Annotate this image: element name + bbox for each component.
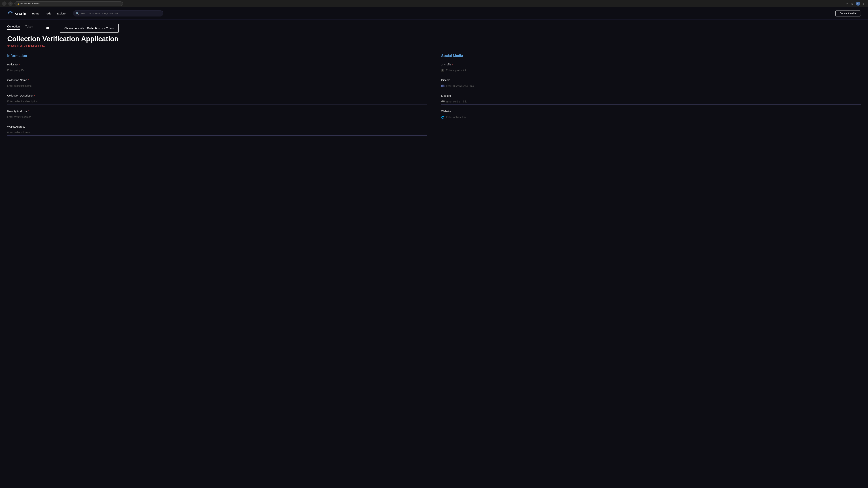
x-profile-input[interactable] [446, 69, 861, 72]
medium-input[interactable] [446, 100, 861, 103]
tab-collection[interactable]: Collection [7, 25, 20, 30]
url-bar[interactable]: 🔒 beta.crashr.io/Verify [14, 1, 123, 6]
x-icon: 𝕏 [441, 69, 444, 72]
refresh-button[interactable]: ↻ [8, 1, 13, 6]
form-grid: Information Policy ID * Collection Name [7, 54, 861, 141]
svg-point-3 [443, 100, 444, 102]
collection-description-required-star: * [34, 94, 35, 97]
annotation-token: Token [106, 27, 114, 30]
annotation-wrapper: Choose to verify a Collection or a Token [43, 24, 119, 33]
policy-id-field-group: Policy ID * [7, 63, 427, 73]
logo-icon [7, 11, 14, 16]
medium-icon [441, 100, 444, 103]
discord-icon [441, 85, 444, 88]
information-section-title: Information [7, 54, 427, 58]
collection-description-input[interactable] [7, 98, 427, 104]
browser-actions: ☆ ⊡ C ⋮ [844, 1, 866, 6]
social-media-section-title: Social Media [441, 54, 861, 58]
back-button[interactable]: ← [2, 1, 6, 6]
nav-links: Home Trade Explore [32, 12, 66, 15]
browser-menu-button[interactable]: ⋮ [862, 1, 866, 6]
navbar: crashr Home Trade Explore 🔍 Connect Wall… [0, 7, 868, 20]
policy-id-required-star: * [19, 63, 20, 66]
social-media-section: Social Media X Profile * 𝕏 [441, 54, 861, 141]
website-input-wrapper: 🌐 [441, 114, 861, 120]
star-button[interactable]: ☆ [844, 1, 849, 6]
x-profile-field-group: X Profile * 𝕏 [441, 63, 861, 73]
website-field-group: Website 🌐 [441, 110, 861, 120]
wallet-address-input[interactable] [7, 130, 427, 135]
nav-home[interactable]: Home [32, 12, 39, 15]
collection-description-field-group: Collection Description * [7, 94, 427, 104]
svg-point-4 [444, 100, 445, 102]
tab-token[interactable]: Token [25, 25, 33, 30]
royalty-address-label: Royalty Address * [7, 109, 427, 112]
royalty-address-required-star: * [28, 109, 29, 112]
tabs: Collection Token [7, 25, 33, 30]
tabs-area: Collection Token [7, 25, 861, 30]
discord-field-group: Discord [441, 78, 861, 89]
nav-explore[interactable]: Explore [56, 12, 66, 15]
royalty-address-input[interactable] [7, 114, 427, 120]
logo[interactable]: crashr [7, 11, 26, 16]
app: crashr Home Trade Explore 🔍 Connect Wall… [0, 7, 868, 488]
required-note: *Please fill out the required fields. [7, 44, 861, 47]
browser-chrome: ← ↻ 🔒 beta.crashr.io/Verify ☆ ⊡ C ⋮ [0, 0, 868, 7]
website-input[interactable] [446, 116, 861, 119]
annotation-box: Choose to verify a Collection or a Token [60, 24, 119, 33]
page-title: Collection Verification Application [7, 35, 861, 43]
discord-input[interactable] [446, 85, 861, 88]
royalty-address-field-group: Royalty Address * [7, 109, 427, 120]
search-bar: 🔍 [73, 10, 163, 17]
policy-id-input[interactable] [7, 67, 427, 73]
website-label: Website [441, 110, 861, 113]
collection-description-label: Collection Description * [7, 94, 427, 97]
nav-trade[interactable]: Trade [44, 12, 51, 15]
search-input[interactable] [81, 12, 160, 15]
medium-field-group: Medium [441, 94, 861, 105]
x-profile-required-star: * [452, 63, 453, 66]
information-section: Information Policy ID * Collection Name [7, 54, 427, 141]
svg-point-2 [441, 100, 443, 102]
annotation-arrow [43, 24, 60, 33]
annotation-collection: Collection [87, 27, 100, 30]
medium-label: Medium [441, 94, 861, 97]
discord-input-wrapper [441, 83, 861, 89]
policy-id-label: Policy ID * [7, 63, 427, 66]
connect-wallet-button[interactable]: Connect Wallet [835, 10, 861, 17]
collection-name-input[interactable] [7, 83, 427, 89]
search-icon: 🔍 [76, 12, 79, 15]
user-avatar: C [856, 2, 860, 6]
collection-name-label: Collection Name * [7, 78, 427, 82]
wallet-address-label: Wallet Address [7, 125, 427, 128]
globe-icon: 🌐 [441, 116, 444, 119]
extensions-button[interactable]: ⊡ [850, 1, 855, 6]
medium-input-wrapper [441, 99, 861, 105]
lock-icon: 🔒 [17, 3, 19, 5]
x-profile-label: X Profile * [441, 63, 861, 66]
collection-name-field-group: Collection Name * [7, 78, 427, 89]
main-content: Collection Token [0, 20, 868, 146]
collection-name-required-star: * [28, 78, 29, 82]
discord-label: Discord [441, 78, 861, 82]
x-profile-input-wrapper: 𝕏 [441, 67, 861, 73]
wallet-address-field-group: Wallet Address [7, 125, 427, 135]
